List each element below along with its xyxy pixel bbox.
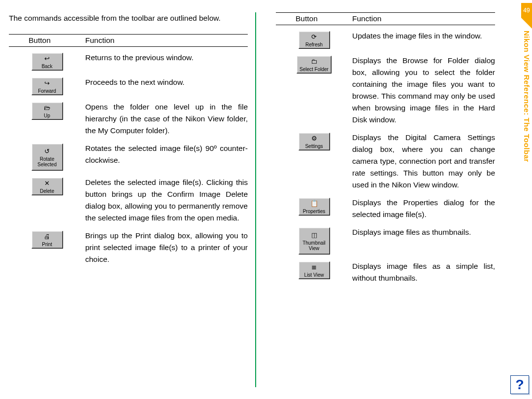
button-label: Settings [305, 144, 323, 149]
help-icon[interactable]: ? [510, 375, 529, 394]
back-button[interactable]: ↩Back [32, 53, 63, 71]
section-title-vertical: Nikon View Reference: The Toolbar [521, 31, 532, 198]
function-text: Deletes the selected image file(s). Clic… [85, 177, 248, 224]
right-column: Button Function ⟳Refresh Updates the ima… [256, 12, 502, 375]
thumbnail-icon: ◫ [311, 231, 317, 239]
function-text: Proceeds to the next window. [85, 76, 248, 95]
button-label: Back [41, 64, 52, 69]
header-function: Function [85, 36, 248, 45]
function-text: Rotates the selected image file(s) 90º c… [85, 143, 248, 171]
button-label: Up [44, 113, 50, 118]
table-row: 🗀Select Folder Displays the Browse for F… [276, 55, 495, 126]
list-icon: ≣ [311, 263, 317, 271]
refresh-icon: ⟳ [311, 33, 317, 41]
table-row: ↺Rotate Selected Rotates the selected im… [9, 143, 248, 171]
properties-icon: 📋 [310, 200, 318, 208]
left-column: The commands accessible from the toolbar… [9, 12, 255, 375]
intro-text: The commands accessible from the toolbar… [9, 12, 248, 24]
table-row: ↩Back Returns to the previous window. [9, 52, 248, 71]
table-row: ⟳Refresh Updates the image files in the … [276, 30, 495, 49]
function-text: Displays image files as a simple list, w… [352, 260, 495, 284]
up-button[interactable]: 🗁Up [32, 102, 63, 120]
tab-triangle [521, 18, 532, 29]
table-header: Button Function [9, 34, 248, 47]
table-row: ⚙Settings Displays the Digital Camera Se… [276, 132, 495, 191]
delete-button[interactable]: ✕Delete [32, 178, 63, 195]
rotate-button[interactable]: ↺Rotate Selected [32, 144, 63, 171]
function-text: Displays image files as thumbnails. [352, 226, 495, 254]
function-text: Updates the image files in the window. [352, 30, 495, 49]
header-button: Button [276, 14, 352, 23]
right-table: Button Function ⟳Refresh Updates the ima… [276, 12, 495, 284]
function-text: Brings up the Print dialog box, allowing… [85, 230, 248, 265]
button-label: Delete [40, 188, 54, 194]
page-number-tab: 49 [521, 3, 532, 18]
button-label: Refresh [305, 42, 323, 47]
forward-button[interactable]: ↪Forward [32, 77, 63, 95]
folder-up-icon: 🗁 [44, 104, 50, 112]
table-row: 📋Properties Displays the Properties dial… [276, 197, 495, 220]
button-label: Rotate Selected [37, 156, 57, 167]
button-label: Select Folder [299, 67, 329, 72]
table-row: ◫Thumbnail View Displays image files as … [276, 226, 495, 254]
button-label: List View [304, 272, 324, 278]
function-text: Returns to the previous window. [85, 52, 248, 71]
table-row: ≣List View Displays image files as a sim… [276, 260, 495, 284]
page-body: The commands accessible from the toolbar… [0, 0, 532, 375]
rotate-icon: ↺ [44, 147, 50, 155]
delete-icon: ✕ [44, 180, 50, 187]
forward-icon: ↪ [44, 79, 50, 87]
table-row: ✕Delete Deletes the selected image file(… [9, 177, 248, 224]
settings-button[interactable]: ⚙Settings [299, 133, 330, 150]
button-label: Properties [303, 209, 326, 214]
table-row: ↪Forward Proceeds to the next window. [9, 76, 248, 95]
table-row: 🗁Up Opens the folder one level up in the… [9, 101, 248, 137]
function-text: Displays the Browse for Folder dialog bo… [352, 55, 495, 126]
header-function: Function [352, 14, 495, 23]
back-icon: ↩ [44, 55, 50, 63]
list-view-button[interactable]: ≣List View [299, 261, 330, 279]
gear-icon: ⚙ [311, 135, 317, 143]
function-text: Displays the Digital Camera Settings dia… [352, 132, 495, 191]
folder-icon: 🗀 [311, 58, 317, 66]
printer-icon: 🖨 [44, 233, 50, 241]
print-button[interactable]: 🖨Print [32, 231, 63, 249]
table-header: Button Function [276, 12, 495, 25]
button-label: Print [42, 242, 52, 247]
properties-button[interactable]: 📋Properties [299, 198, 330, 216]
left-table: Button Function ↩Back Returns to the pre… [9, 34, 248, 265]
function-text: Displays the Properties dialog for the s… [352, 197, 495, 220]
button-label: Thumbnail View [302, 240, 326, 251]
header-button: Button [9, 36, 85, 45]
button-label: Forward [38, 88, 56, 94]
function-text: Opens the folder one level up in the fil… [85, 101, 248, 137]
select-folder-button[interactable]: 🗀Select Folder [297, 56, 332, 73]
table-row: 🖨Print Brings up the Print dialog box, a… [9, 230, 248, 265]
refresh-button[interactable]: ⟳Refresh [299, 31, 330, 49]
thumbnail-view-button[interactable]: ◫Thumbnail View [299, 227, 330, 254]
